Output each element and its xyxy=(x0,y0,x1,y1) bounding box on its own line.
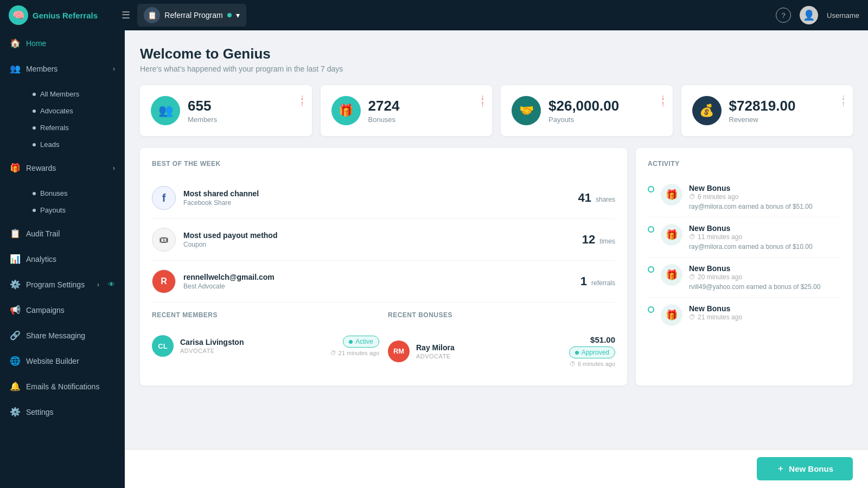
topbar: 🧠 Genius Referrals ☰ 📋 Referral Program … xyxy=(0,0,868,30)
page-title: Welcome to Genius xyxy=(140,46,853,62)
stat-info-revenew: $72819.00 Revenew xyxy=(729,98,843,124)
recent-members-panel: RECENT MEMBERS CL Carisa Livingston ADVO… xyxy=(152,311,379,374)
stat-info-payouts: $26,000.00 Payouts xyxy=(548,98,662,124)
best-of-week-title: BEST OF THE WEEK xyxy=(152,160,615,168)
sidebar-label-website-builder: Website Builder xyxy=(26,357,79,365)
sidebar-item-rewards[interactable]: 🎁 Rewards › xyxy=(0,155,125,181)
recent-bonus-item: RM Ray Milora ADVOCATE $51.00 Appro xyxy=(388,329,615,374)
best-count-advocate: 1 referrals xyxy=(580,274,615,288)
sidebar-label-home: Home xyxy=(26,39,46,48)
sidebar-item-website-builder[interactable]: 🌐 Website Builder xyxy=(0,348,125,374)
bonus-time-ago: ⏱ 6 minutes ago xyxy=(570,361,615,367)
member-role-cl: ADVOCATE xyxy=(180,348,324,354)
best-item-coupon: 🎟 Most used payout method Coupon 12 time… xyxy=(152,219,615,261)
activity-dot-3 xyxy=(648,266,654,273)
sidebar-label-all-members: All Members xyxy=(40,90,79,98)
activity-title-4: New Bonus xyxy=(689,304,841,313)
activity-title-2: New Bonus xyxy=(689,224,841,233)
stat-info-members: 655 Members xyxy=(188,98,301,124)
sidebar-item-audit-trail[interactable]: 📋 Audit Trail xyxy=(0,221,125,246)
sidebar-label-rewards: Rewards xyxy=(26,164,56,172)
content-inner: Welcome to Genius Here's what's happened… xyxy=(140,46,853,423)
sidebar-label-program-settings: Program Settings xyxy=(26,280,85,289)
hamburger-menu[interactable]: ☰ xyxy=(122,9,130,21)
activity-item-2: 🎁 New Bonus ⏱ 11 minutes ago ray@milora.… xyxy=(648,217,841,258)
activity-icon-4: 🎁 xyxy=(661,304,682,326)
new-bonus-label: New Bonus xyxy=(789,464,833,473)
status-badge-active: Active xyxy=(343,336,379,348)
user-name: Username xyxy=(827,11,859,20)
bonus-name-rm: Ray Milora xyxy=(416,343,563,352)
stat-number-revenew: $72819.00 xyxy=(729,98,843,114)
bonus-role-rm: ADVOCATE xyxy=(416,353,563,359)
activity-icon-1: 🎁 xyxy=(661,184,682,206)
new-bonus-bar: ＋ New Bonus xyxy=(125,449,868,488)
sidebar-item-bonuses[interactable]: Bonuses xyxy=(26,185,125,202)
advocate-avatar: R xyxy=(152,269,176,293)
members-icon: 👥 xyxy=(10,63,21,74)
coupon-icon: 🎟 xyxy=(152,228,176,252)
emails-icon: 🔔 xyxy=(10,381,21,391)
sidebar: 🏠 Home 👥 Members › All Members Advocates… xyxy=(0,30,125,488)
sidebar-item-emails-notifications[interactable]: 🔔 Emails & Notifications xyxy=(0,374,125,399)
members-chevron: › xyxy=(113,65,115,73)
sidebar-item-home[interactable]: 🏠 Home xyxy=(0,30,125,56)
sidebar-item-share-messaging[interactable]: 🔗 Share Messaging xyxy=(0,323,125,348)
activity-time-label-1: 6 minutes ago xyxy=(698,193,738,201)
sidebar-item-analytics[interactable]: 📊 Analytics xyxy=(0,246,125,272)
best-sub-advocate: Best Advocate xyxy=(183,282,573,290)
program-icon: 📋 xyxy=(144,7,160,23)
sidebar-item-members[interactable]: 👥 Members › xyxy=(0,56,125,81)
stat-label-revenew: Revenew xyxy=(729,115,843,124)
eye-icon[interactable]: 👁 xyxy=(108,280,115,288)
sidebar-item-advocates[interactable]: Advocates xyxy=(26,102,125,119)
sidebar-item-leads[interactable]: Leads xyxy=(26,136,125,153)
activity-desc-3: rvill49@yahoo.com earned a bonus of $25.… xyxy=(689,283,841,291)
logo-icon: 🧠 xyxy=(9,5,28,25)
program-selector[interactable]: 📋 Referral Program ▾ xyxy=(137,4,246,27)
stat-arrow-revenew: ↓↑ xyxy=(841,93,845,108)
sidebar-item-settings[interactable]: ⚙️ Settings xyxy=(0,399,125,425)
stat-label-bonuses: Bonuses xyxy=(368,115,482,124)
activity-icon-2: 🎁 xyxy=(661,224,682,246)
activity-item-4: 🎁 New Bonus ⏱ 21 minutes ago xyxy=(648,298,841,332)
activity-time-label-2: 11 minutes ago xyxy=(698,233,742,241)
rewards-icon: 🎁 xyxy=(10,163,21,173)
best-name-coupon: Most used payout method xyxy=(183,231,575,240)
advocates-dot xyxy=(33,110,36,113)
member-time-ago: ⏱ 21 minutes ago xyxy=(330,350,379,356)
stat-arrow-members: ↓↑ xyxy=(301,93,304,108)
sidebar-label-payouts: Payouts xyxy=(40,206,66,214)
best-sub-facebook: Facebook Share xyxy=(183,199,570,207)
stat-arrow-payouts: ↓↑ xyxy=(661,93,665,108)
new-bonus-button[interactable]: ＋ New Bonus xyxy=(757,457,853,480)
best-count-num-facebook: 41 xyxy=(578,191,591,205)
logo[interactable]: 🧠 Genius Referrals xyxy=(9,5,117,25)
activity-body-4: New Bonus ⏱ 21 minutes ago xyxy=(689,304,841,326)
settings-icon: ⚙️ xyxy=(10,407,21,417)
stat-label-payouts: Payouts xyxy=(548,115,662,124)
sidebar-item-campaigns[interactable]: 📢 Campaigns xyxy=(0,297,125,323)
program-name: Referral Program xyxy=(164,11,222,20)
sidebar-item-payouts[interactable]: Payouts xyxy=(26,202,125,219)
activity-title: ACTIVITY xyxy=(648,160,841,168)
best-name-advocate: rennellwelch@gmail.com xyxy=(183,273,573,281)
sidebar-label-advocates: Advocates xyxy=(40,107,73,115)
help-button[interactable]: ? xyxy=(776,8,791,23)
user-avatar[interactable]: 👤 xyxy=(800,6,818,24)
activity-dot-4 xyxy=(648,306,654,313)
stat-number-bonuses: 2724 xyxy=(368,98,482,114)
sidebar-item-all-members[interactable]: All Members xyxy=(26,86,125,102)
activity-item-3: 🎁 New Bonus ⏱ 20 minutes ago rvill49@yah… xyxy=(648,258,841,298)
member-status-cl: Active ⏱ 21 minutes ago xyxy=(330,336,379,356)
leads-dot xyxy=(33,143,36,146)
bonus-avatar-rm: RM xyxy=(388,341,410,362)
sidebar-item-referrals[interactable]: Referrals xyxy=(26,119,125,136)
activity-time-4: ⏱ 21 minutes ago xyxy=(689,313,841,321)
best-info-facebook: Most shared channel Facebook Share xyxy=(183,189,570,207)
best-sub-coupon: Coupon xyxy=(183,241,575,248)
website-builder-icon: 🌐 xyxy=(10,356,21,366)
sidebar-item-program-settings[interactable]: ⚙️ Program Settings › 👁 xyxy=(0,272,125,297)
main-layout: 🏠 Home 👥 Members › All Members Advocates… xyxy=(0,30,868,488)
members-submenu: All Members Advocates Referrals Leads xyxy=(0,81,125,155)
